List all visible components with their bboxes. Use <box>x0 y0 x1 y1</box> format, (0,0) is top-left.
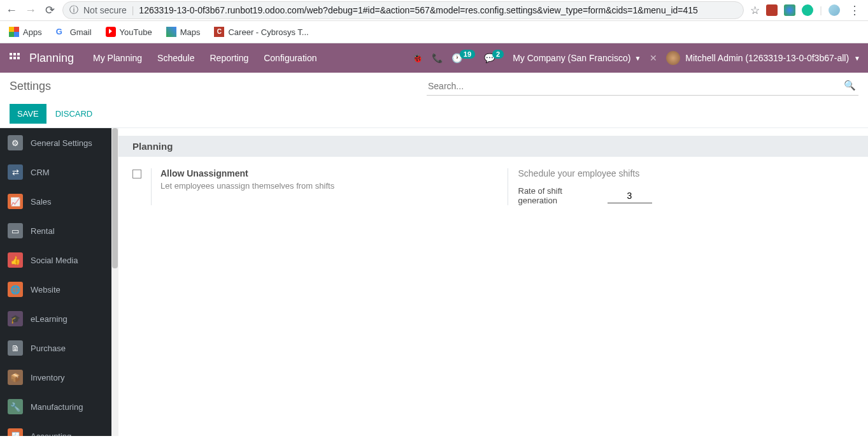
search-input[interactable] <box>427 77 858 96</box>
allow-unassignment-checkbox[interactable] <box>132 170 141 178</box>
apps-grid-icon <box>9 27 19 37</box>
reload-icon[interactable]: ⟳ <box>43 3 56 17</box>
scrollbar-thumb[interactable] <box>112 128 118 268</box>
sidebar-icon: ⚙ <box>8 135 23 150</box>
settings-sidebar: ⚙General Settings⇄CRM📈Sales▭Rental👍Socia… <box>0 128 111 436</box>
main-navbar: Planning My Planning Schedule Reporting … <box>0 43 868 73</box>
messages-icon[interactable]: 💬2 <box>484 53 504 63</box>
sidebar-item-label: Website <box>31 285 60 294</box>
sidebar-item-social-media[interactable]: 👍Social Media <box>0 245 111 275</box>
sidebar-item-elearning[interactable]: 🎓eLearning <box>0 304 111 333</box>
sidebar-item-accounting[interactable]: 🧾Accounting <box>0 421 111 436</box>
sidebar-item-purchase[interactable]: 🗎Purchase <box>0 333 111 363</box>
profile-icon[interactable] <box>829 4 840 16</box>
button-bar: SAVE DISCARD <box>0 99 868 127</box>
menu-configuration[interactable]: Configuration <box>256 43 324 73</box>
sidebar-item-label: Sales <box>31 197 52 207</box>
sidebar-scrollbar[interactable] <box>111 128 118 436</box>
settings-body: ⚙General Settings⇄CRM📈Sales▭Rental👍Socia… <box>0 127 868 436</box>
discard-button[interactable]: DISCARD <box>53 104 96 124</box>
google-icon: G <box>56 27 66 37</box>
avatar <box>666 51 680 65</box>
sidebar-item-inventory[interactable]: 📦Inventory <box>0 363 111 392</box>
app-brand[interactable]: Planning <box>29 52 85 65</box>
sidebar-item-label: Manufacturing <box>31 402 83 412</box>
menu-reporting[interactable]: Reporting <box>203 43 257 73</box>
systray: 🐞 📞 🕐19 💬2 My Company (San Francisco)▼ ✕… <box>412 51 868 65</box>
sidebar-item-rental[interactable]: ▭Rental <box>0 216 111 245</box>
option-title: Schedule your employee shifts <box>518 168 652 186</box>
svg-rect-5 <box>17 57 20 59</box>
menu-my-planning[interactable]: My Planning <box>85 43 150 73</box>
user-menu[interactable]: Mitchell Admin (1263319-13-0-0f3b67-all)… <box>666 51 860 65</box>
menu-schedule[interactable]: Schedule <box>150 43 202 73</box>
sidebar-icon: 👍 <box>8 252 23 268</box>
youtube-icon <box>106 27 116 37</box>
search-icon[interactable]: 🔍 <box>844 80 856 91</box>
sidebar-item-sales[interactable]: 📈Sales <box>0 187 111 216</box>
menu-icon[interactable]: ⋮ <box>846 3 863 17</box>
apps-menu-icon[interactable] <box>0 53 29 63</box>
sidebar-item-crm[interactable]: ⇄CRM <box>0 157 111 187</box>
sidebar-item-website[interactable]: 🌐Website <box>0 275 111 304</box>
settings-content: Planning Allow Unassignment Let employee… <box>118 128 868 436</box>
browser-toolbar: ← → ⟳ ⓘ Not secure | 1263319-13-0-0f3b67… <box>0 0 868 21</box>
maps-icon <box>166 27 176 37</box>
ext-pdf-icon[interactable] <box>766 4 778 16</box>
sidebar-icon: 🔧 <box>8 399 23 414</box>
sidebar-item-manufacturing[interactable]: 🔧Manufacturing <box>0 392 111 421</box>
rate-label: Rate of shift generation <box>518 186 588 205</box>
svg-rect-1 <box>13 53 16 55</box>
sidebar-icon: 🧾 <box>8 428 23 436</box>
bookmark-apps[interactable]: Apps <box>9 27 42 37</box>
svg-rect-4 <box>13 57 16 59</box>
forward-icon[interactable]: → <box>24 4 37 17</box>
option-allow-unassignment: Allow Unassignment Let employees unassig… <box>118 168 494 205</box>
bookmarks-bar: Apps GGmail YouTube Maps CCareer - Cybro… <box>0 21 868 43</box>
option-schedule-shifts: Schedule your employee shifts Rate of sh… <box>494 168 869 205</box>
control-panel: Settings 🔍 <box>0 73 868 99</box>
info-icon: ⓘ <box>69 4 78 16</box>
activities-icon[interactable]: 🕐19 <box>452 53 475 63</box>
page-title: Settings <box>10 80 51 93</box>
bookmark-gmail[interactable]: GGmail <box>56 27 92 37</box>
checkbox-wrap <box>132 168 152 205</box>
back-icon[interactable]: ← <box>5 4 18 17</box>
tools-icon[interactable]: ✕ <box>650 53 657 63</box>
sidebar-icon: 🗎 <box>8 340 23 356</box>
sidebar-item-label: General Settings <box>31 138 92 148</box>
divider: | <box>132 5 134 15</box>
sidebar-item-label: Inventory <box>31 373 64 382</box>
rate-field-row: Rate of shift generation <box>518 186 652 205</box>
sidebar-icon: 📈 <box>8 194 23 209</box>
company-switcher[interactable]: My Company (San Francisco)▼ <box>513 53 641 63</box>
ext-globe-icon[interactable] <box>784 4 795 16</box>
sidebar-icon: ▭ <box>8 223 23 238</box>
address-bar[interactable]: ⓘ Not secure | 1263319-13-0-0f3b67.runbo… <box>62 1 744 19</box>
cybrosys-icon: C <box>214 27 224 37</box>
ext-divider: | <box>820 5 822 15</box>
sidebar-item-label: Social Media <box>31 256 78 265</box>
rate-input[interactable] <box>608 189 652 203</box>
option-title: Allow Unassignment <box>160 168 334 178</box>
sidebar-item-general-settings[interactable]: ⚙General Settings <box>0 128 111 157</box>
search-wrap: 🔍 <box>427 77 858 96</box>
sidebar-icon: 🌐 <box>8 282 23 297</box>
chevron-down-icon: ▼ <box>854 55 860 62</box>
url-text: 1263319-13-0-0f3b67.runbot19.odoo.com/we… <box>139 5 698 15</box>
sidebar-item-label: Accounting <box>31 432 71 437</box>
phone-icon[interactable]: 📞 <box>432 53 443 63</box>
option-description: Let employees unassign themselves from s… <box>160 181 334 191</box>
sidebar-icon: ⇄ <box>8 164 23 180</box>
bookmark-maps[interactable]: Maps <box>166 27 201 37</box>
sidebar-item-label: Purchase <box>31 344 66 353</box>
bookmark-youtube[interactable]: YouTube <box>106 27 152 37</box>
ext-grammarly-icon[interactable] <box>802 4 813 16</box>
sidebar-item-label: eLearning <box>31 314 68 324</box>
svg-rect-3 <box>10 57 12 59</box>
save-button[interactable]: SAVE <box>10 104 46 124</box>
not-secure-label: Not secure <box>83 5 127 15</box>
bookmark-career[interactable]: CCareer - Cybrosys T... <box>214 27 308 37</box>
debug-icon[interactable]: 🐞 <box>412 53 423 63</box>
star-icon[interactable]: ☆ <box>750 4 760 17</box>
